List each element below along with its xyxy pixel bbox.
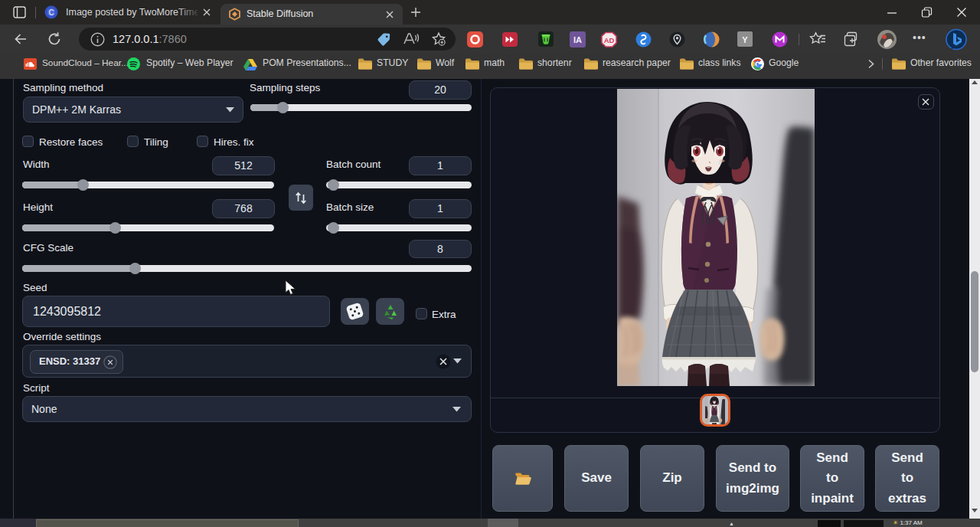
svg-text:AD: AD [604,36,615,44]
svg-text:C: C [48,8,54,17]
svg-text:Y: Y [742,35,748,44]
svg-text:IA: IA [573,35,582,44]
